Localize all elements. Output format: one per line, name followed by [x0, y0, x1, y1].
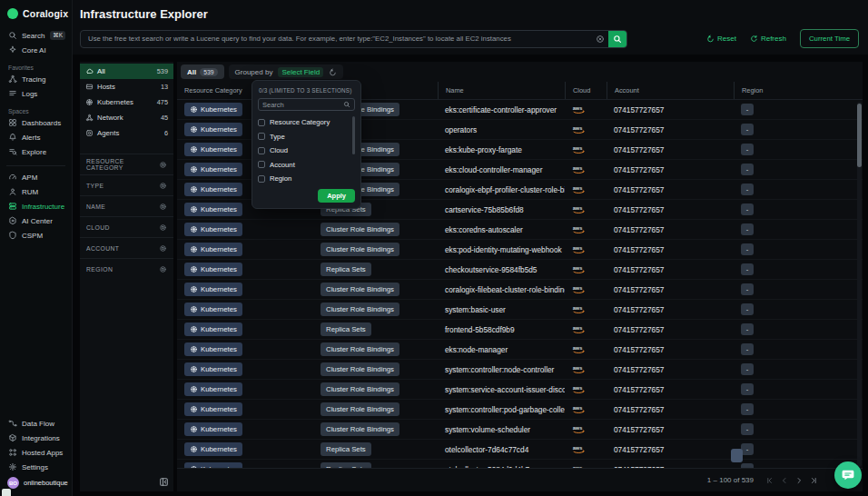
nav-item-logs[interactable]: Logs [0, 87, 72, 100]
nav-item-infrastructure[interactable]: Infrastructure [0, 200, 72, 213]
pagination-next-button[interactable] [794, 475, 804, 486]
popup-scrollbar-thumb[interactable] [352, 116, 355, 154]
current-time-button[interactable]: Current Time [800, 29, 859, 48]
account-id: 074157727657 [607, 105, 734, 114]
resource-name: coralogix-filebeat-cluster-role-binding [438, 285, 565, 294]
type-chip: Cluster Role Bindings [321, 382, 399, 396]
column-header-name[interactable]: Name [438, 82, 565, 99]
column-header-cloud[interactable]: Cloud [565, 82, 607, 99]
cloud-cell: aws [565, 224, 607, 234]
kubernetes-icon [190, 125, 198, 134]
aws-icon: aws [572, 384, 587, 394]
pagination-last-button[interactable] [808, 475, 819, 486]
resource-category-badge: Kubernetes [184, 243, 242, 256]
table-row[interactable]: KubernetesCluster Role Bindingscoralogix… [177, 280, 863, 300]
nav-item-settings[interactable]: Settings [0, 461, 72, 473]
checkbox-icon[interactable] [258, 119, 265, 126]
tab-all[interactable]: All 539 [181, 64, 224, 79]
table-row[interactable]: KubernetesCluster Role Bindingssystem:ba… [177, 300, 863, 320]
table-row[interactable]: KubernetesReplica Setscheckoutservice-95… [177, 260, 863, 280]
popup-option-resource-category[interactable]: Resource Category [258, 115, 350, 130]
filter-category-agents[interactable]: Agents6 [80, 125, 173, 141]
nav-search[interactable]: Search ⌘K [0, 29, 72, 42]
filter-section-account[interactable]: ACCOUNT [80, 237, 173, 258]
pagination-prev-button[interactable] [779, 475, 790, 486]
nav-item-integrations[interactable]: Integrations [0, 432, 72, 444]
nav-item-alerts[interactable]: Alerts [0, 131, 72, 144]
kubernetes-icon [190, 345, 198, 353]
checkbox-icon[interactable] [258, 147, 265, 154]
select-field-button[interactable]: Select Field [278, 67, 323, 77]
nav-item-dashboards[interactable]: Dashboards [0, 116, 72, 129]
apm-icon [8, 173, 17, 182]
nav-item-explore[interactable]: Explore [0, 145, 72, 158]
table-row[interactable]: KubernetesCluster Role Bindingssystem:vo… [177, 420, 863, 440]
resource-name: eks:node-manager [438, 345, 565, 354]
region-chip: - [741, 363, 754, 375]
table-row[interactable]: KubernetesCluster Role Bindingssystem:se… [177, 380, 863, 400]
popup-option-region[interactable]: Region [258, 172, 350, 186]
table-row[interactable]: KubernetesCluster Role Bindingseks:node-… [177, 340, 863, 360]
column-header-region[interactable]: Region [734, 82, 863, 99]
nav-item-cspm[interactable]: CSPM [0, 229, 72, 242]
aws-icon: aws [572, 304, 587, 314]
filter-category-all[interactable]: All539 [80, 64, 173, 79]
nav-item-apm[interactable]: APM [0, 171, 72, 184]
filter-category-hosts[interactable]: Hosts13 [80, 79, 173, 94]
table-row[interactable]: KubernetesCluster Role Bindingssystem:co… [177, 360, 863, 380]
explore-icon [8, 147, 17, 156]
account-id: 074157727657 [607, 265, 734, 274]
run-search-button[interactable] [608, 30, 626, 48]
filter-section-resource-category[interactable]: RESOURCE CATEGORY [80, 154, 173, 174]
table-row[interactable]: KubernetesReplica Setsfrontend-5b58cdf9b… [177, 320, 863, 340]
table-row[interactable]: KubernetesReplica Setsotelcollector-7d64… [177, 440, 863, 460]
checkbox-icon[interactable] [258, 133, 265, 140]
kubernetes-icon [190, 445, 198, 453]
apply-button[interactable]: Apply [318, 189, 355, 203]
nav-item-hosted-apps[interactable]: Hosted Apps [0, 446, 72, 459]
popup-option-account[interactable]: Account [258, 158, 350, 173]
chat-button[interactable] [834, 461, 862, 489]
checkbox-icon[interactable] [258, 161, 265, 168]
brand-name: Coralogix [23, 8, 68, 19]
undo-icon [329, 68, 337, 76]
refresh-button[interactable]: Refresh [750, 35, 786, 43]
scrollbar-thumb[interactable] [857, 104, 862, 167]
popup-option-type[interactable]: Type [258, 130, 350, 144]
table-row[interactable]: KubernetesCluster Role Bindingseks:cored… [177, 220, 863, 240]
svg-text:aws: aws [573, 345, 583, 351]
filter-count: 6 [164, 129, 168, 137]
popup-search-input[interactable] [262, 101, 343, 109]
region-chip: - [741, 243, 754, 255]
filter-section-type[interactable]: TYPE [80, 174, 173, 195]
popup-option-cloud[interactable]: Cloud [258, 144, 350, 158]
region-chip: - [741, 423, 754, 435]
clear-search-button[interactable] [596, 35, 605, 44]
filter-category-kubernetes[interactable]: Kubernetes475 [80, 94, 173, 110]
pagination-first-button[interactable] [764, 475, 775, 486]
table-row[interactable]: KubernetesCluster Role Bindingseks:pod-i… [177, 240, 863, 260]
filter-section-region[interactable]: REGION [80, 258, 173, 279]
account-item[interactable]: BO onlineboutique [0, 475, 72, 491]
filter-category-network[interactable]: Network45 [80, 110, 173, 125]
reset-grouping-button[interactable] [329, 68, 337, 76]
vertical-scrollbar[interactable] [857, 102, 862, 467]
nav-item-rum[interactable]: RUM [0, 185, 72, 198]
checkbox-icon[interactable] [258, 175, 265, 183]
account-id: 074157727657 [607, 145, 734, 154]
column-header-account[interactable]: Account [607, 82, 734, 99]
nav-item-data-flow[interactable]: Data Flow [0, 417, 72, 430]
scroll-handle[interactable] [731, 449, 743, 462]
nav-core-ai[interactable]: Core AI [0, 44, 72, 56]
reset-button[interactable]: Reset [706, 35, 736, 43]
coralogix-logo-icon [7, 8, 18, 19]
resource-name: eks:certificate-controller-approver [438, 105, 565, 114]
filter-section-name[interactable]: NAME [80, 195, 173, 216]
nav-item-ai-center[interactable]: AI Center [0, 214, 72, 227]
filter-section-cloud[interactable]: CLOUD [80, 216, 173, 237]
nav-item-tracing[interactable]: Tracing [0, 73, 72, 85]
collapse-panel-button[interactable] [159, 477, 169, 487]
table-row[interactable]: KubernetesCluster Role Bindingssystem:co… [177, 400, 863, 420]
search-input[interactable] [81, 35, 596, 43]
corner-overlay [2, 489, 11, 496]
